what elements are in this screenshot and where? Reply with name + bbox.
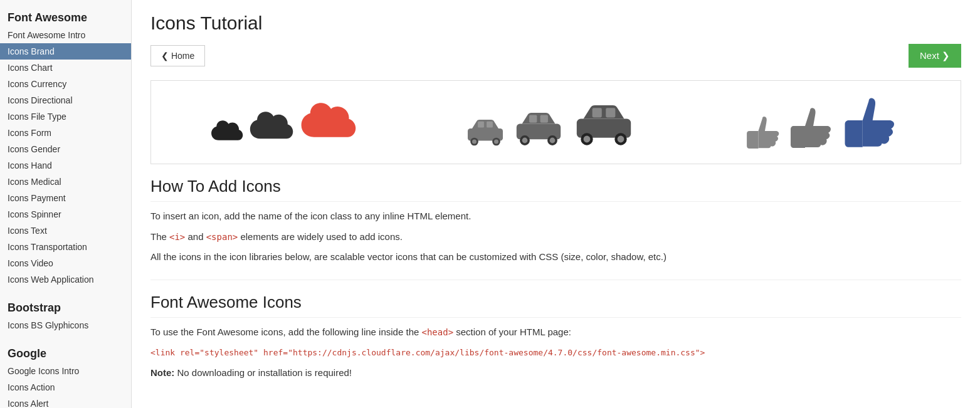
how-to-p3: All the icons in the icon libraries belo… bbox=[150, 250, 961, 264]
svg-rect-6 bbox=[487, 122, 493, 128]
how-to-p2-prefix: The bbox=[150, 231, 169, 242]
sidebar-item-icons-spinner[interactable]: Icons Spinner bbox=[0, 206, 131, 222]
how-to-p2: The <i> and <span> elements are widely u… bbox=[150, 230, 961, 244]
how-to-p1: To insert an icon, add the name of the i… bbox=[150, 209, 961, 224]
cloud-icon-group bbox=[210, 97, 359, 147]
next-button[interactable]: Next ❯ bbox=[909, 44, 961, 68]
fa-note-text: No downloading or installation is requir… bbox=[174, 367, 352, 378]
icon-showcase bbox=[150, 80, 961, 164]
sidebar-item-icons-action[interactable]: Icons Action bbox=[0, 379, 131, 395]
sidebar-section-font-awesome: Font Awesome bbox=[0, 6, 131, 27]
fa-head-code: <head> bbox=[422, 327, 454, 337]
sidebar-item-icons-bs-glyphicons[interactable]: Icons BS Glyphicons bbox=[0, 317, 131, 333]
sidebar-item-font-awesome-intro[interactable]: Font Awesome Intro bbox=[0, 27, 131, 43]
sidebar-item-icons-gender[interactable]: Icons Gender bbox=[0, 141, 131, 157]
svg-point-4 bbox=[494, 140, 498, 144]
nav-buttons: ❮ Home Next ❯ bbox=[150, 44, 961, 68]
svg-point-9 bbox=[522, 138, 528, 144]
svg-point-18 bbox=[618, 136, 624, 143]
how-to-span-code: <span> bbox=[206, 232, 238, 242]
how-to-i-code: <i> bbox=[169, 232, 185, 242]
svg-point-11 bbox=[550, 138, 556, 144]
fa-code-block: <link rel="stylesheet" href="https://cdn… bbox=[150, 345, 961, 360]
section-divider bbox=[150, 280, 961, 280]
sidebar-item-icons-text[interactable]: Icons Text bbox=[0, 222, 131, 239]
thumbs-icon-group bbox=[743, 93, 902, 151]
car-icon-medium bbox=[511, 105, 566, 148]
sidebar-item-icons-directional[interactable]: Icons Directional bbox=[0, 92, 131, 108]
sidebar-item-icons-transportation[interactable]: Icons Transportation bbox=[0, 239, 131, 255]
cloud-icon-small bbox=[210, 116, 245, 147]
page-title: Icons Tutorial bbox=[150, 13, 961, 34]
sidebar-item-icons-web-application[interactable]: Icons Web Application bbox=[0, 271, 131, 288]
fa-p1: To use the Font Awesome icons, add the f… bbox=[150, 325, 961, 340]
sidebar-item-icons-form[interactable]: Icons Form bbox=[0, 125, 131, 141]
svg-rect-13 bbox=[540, 115, 548, 123]
sidebar-section-google: Google bbox=[0, 342, 131, 363]
svg-rect-12 bbox=[530, 115, 537, 123]
fa-note-label: Note: bbox=[150, 367, 174, 378]
how-to-title: How To Add Icons bbox=[150, 177, 961, 202]
sidebar-item-icons-file-type[interactable]: Icons File Type bbox=[0, 108, 131, 125]
sidebar-item-icons-medical[interactable]: Icons Medical bbox=[0, 174, 131, 190]
sidebar-item-icons-hand[interactable]: Icons Hand bbox=[0, 157, 131, 174]
sidebar-item-icons-brand[interactable]: Icons Brand bbox=[0, 43, 131, 60]
font-awesome-title: Font Awesome Icons bbox=[150, 293, 961, 318]
car-icon-small bbox=[463, 113, 507, 148]
fa-note: Note: No downloading or installation is … bbox=[150, 366, 961, 380]
car-icon-group bbox=[463, 97, 638, 148]
sidebar-item-icons-currency[interactable]: Icons Currency bbox=[0, 76, 131, 92]
sidebar-item-google-icons-intro[interactable]: Google Icons Intro bbox=[0, 363, 131, 379]
thumb-icon-small bbox=[743, 113, 784, 151]
sidebar-item-icons-video[interactable]: Icons Video bbox=[0, 255, 131, 271]
sidebar: Font Awesome Font Awesome Intro Icons Br… bbox=[0, 0, 132, 408]
font-awesome-section: Font Awesome Icons To use the Font Aweso… bbox=[150, 293, 961, 380]
sidebar-item-icons-payment[interactable]: Icons Payment bbox=[0, 190, 131, 206]
how-to-section: How To Add Icons To insert an icon, add … bbox=[150, 177, 961, 264]
thumb-icon-medium bbox=[786, 104, 836, 151]
fa-p1-prefix: To use the Font Awesome icons, add the f… bbox=[150, 327, 422, 337]
sidebar-item-icons-alert[interactable]: Icons Alert bbox=[0, 395, 131, 408]
sidebar-item-icons-chart[interactable]: Icons Chart bbox=[0, 60, 131, 76]
home-button[interactable]: ❮ Home bbox=[150, 45, 205, 66]
how-to-p2-suffix: elements are widely used to add icons. bbox=[238, 231, 403, 242]
main-content: Icons Tutorial ❮ Home Next ❯ bbox=[132, 0, 980, 408]
thumb-icon-large bbox=[839, 93, 902, 151]
svg-rect-19 bbox=[593, 108, 602, 117]
svg-rect-5 bbox=[478, 122, 485, 128]
sidebar-section-bootstrap: Bootstrap bbox=[0, 296, 131, 317]
svg-rect-20 bbox=[606, 108, 616, 117]
cloud-icon-medium bbox=[248, 107, 295, 147]
how-to-p2-mid: and bbox=[185, 231, 206, 242]
fa-p1-suffix: section of your HTML page: bbox=[453, 327, 571, 337]
svg-point-2 bbox=[472, 140, 477, 144]
svg-point-16 bbox=[584, 136, 591, 143]
cloud-icon-large bbox=[299, 97, 359, 147]
car-icon-large bbox=[570, 97, 638, 148]
